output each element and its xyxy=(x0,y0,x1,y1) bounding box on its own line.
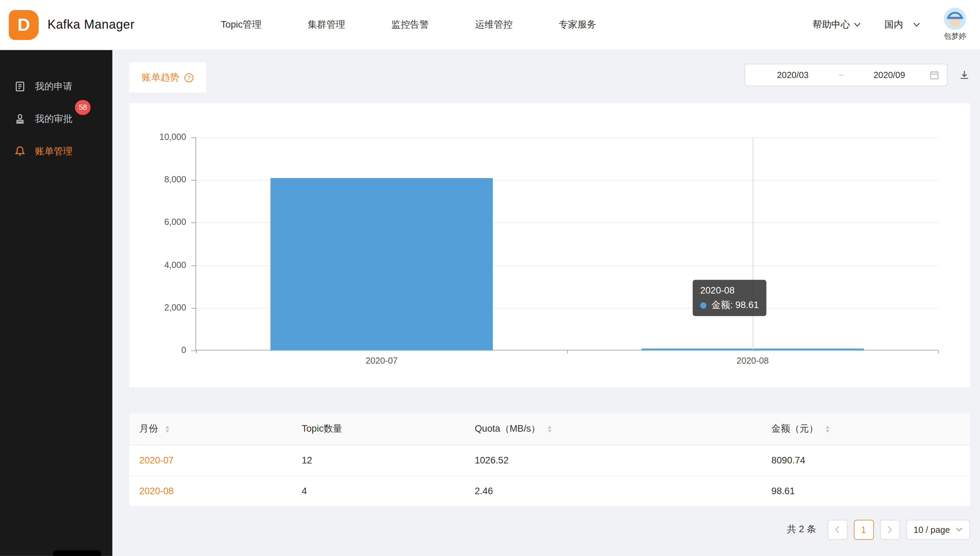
chart-bar-2020-07[interactable] xyxy=(270,178,493,351)
sidebar-item-label: 我的审批 xyxy=(35,113,73,124)
main-content: 账单趋势 ? 2020/03 ~ 2020/09 xyxy=(113,50,980,556)
page-size-value: 10 / page xyxy=(914,524,950,534)
sidebar-item-label: 账单管理 xyxy=(35,145,73,157)
tooltip-series-row: 金额: 98.61 xyxy=(700,299,759,311)
user-name: 包梦婷 xyxy=(944,31,966,42)
bill-table: 月份 ▲▼ Topic数量 Quota（MB/s） ▲▼ 金额（元） ▲▼ xyxy=(129,414,970,506)
y-axis-label: 2,000 xyxy=(131,302,186,312)
sidebar-item-my-applications[interactable]: 我的申请 xyxy=(0,70,113,103)
table-row: 2020-07 12 1026.52 8090.74 xyxy=(129,445,970,475)
logo-letter: D xyxy=(17,15,30,35)
clipboard-icon xyxy=(14,80,26,92)
region-dropdown[interactable]: 国内 xyxy=(884,19,920,31)
region-label: 国内 xyxy=(884,19,903,31)
x-axis-label: 2020-07 xyxy=(196,356,567,365)
date-end-input[interactable]: 2020/09 xyxy=(849,70,929,80)
sort-icon[interactable]: ▲▼ xyxy=(547,425,552,433)
toolbar-right: 2020/03 ~ 2020/09 xyxy=(744,63,970,86)
month-link[interactable]: 2020-08 xyxy=(139,485,174,496)
chevron-down-icon xyxy=(956,527,962,532)
nav-monitor-alert[interactable]: 监控告警 xyxy=(391,19,429,31)
bill-icon xyxy=(14,145,26,157)
chevron-left-icon xyxy=(835,525,840,533)
cell-amount: 98.61 xyxy=(761,475,970,506)
top-navigation: Topic管理 集群管理 监控告警 运维管控 专家服务 xyxy=(221,19,596,31)
y-axis-label: 0 xyxy=(131,345,186,355)
y-axis-tick xyxy=(191,180,196,181)
help-center-dropdown[interactable]: 帮助中心 xyxy=(812,19,861,31)
nav-cluster-management[interactable]: 集群管理 xyxy=(308,19,346,31)
bar-chart: 02,0004,0006,0008,00010,0002020-072020-0… xyxy=(195,137,938,351)
x-axis-tick xyxy=(938,350,939,354)
y-axis-label: 10,000 xyxy=(131,132,186,142)
bill-table-card: 月份 ▲▼ Topic数量 Quota（MB/s） ▲▼ 金额（元） ▲▼ xyxy=(129,414,970,506)
date-range-picker[interactable]: 2020/03 ~ 2020/09 xyxy=(744,63,948,86)
download-icon xyxy=(959,70,970,81)
header: D Kafka Manager Topic管理 集群管理 监控告警 运维管控 专… xyxy=(0,0,980,50)
tab-label: 账单趋势 xyxy=(142,71,179,83)
tab-bill-trend[interactable]: 账单趋势 ? xyxy=(129,63,206,92)
user-menu[interactable]: 包梦婷 xyxy=(944,8,966,42)
chevron-right-icon xyxy=(887,525,893,533)
y-axis-tick xyxy=(191,351,196,351)
pagination-total: 共 2 条 xyxy=(787,524,816,535)
sidebar-item-bill-management[interactable]: 账单管理 xyxy=(0,135,113,168)
series-dot-icon xyxy=(700,302,707,309)
table-row: 2020-08 4 2.46 98.61 xyxy=(129,475,970,506)
y-axis-tick xyxy=(191,137,196,138)
help-center-label: 帮助中心 xyxy=(812,19,850,31)
y-axis-label: 8,000 xyxy=(131,175,186,184)
question-circle-icon[interactable]: ? xyxy=(184,73,194,82)
table-header-row: 月份 ▲▼ Topic数量 Quota（MB/s） ▲▼ 金额（元） ▲▼ xyxy=(129,414,970,444)
sidebar-bottom-sliver xyxy=(53,551,101,556)
page-size-select[interactable]: 10 / page xyxy=(906,519,970,540)
page-title: Kafka Manager xyxy=(47,18,134,32)
column-header-month[interactable]: 月份 ▲▼ xyxy=(129,414,291,444)
column-header-amount[interactable]: 金额（元） ▲▼ xyxy=(761,414,970,444)
column-header-topic-count: Topic数量 xyxy=(292,414,465,444)
nav-topic-management[interactable]: Topic管理 xyxy=(221,19,262,31)
avatar[interactable] xyxy=(944,8,966,30)
stamp-icon xyxy=(14,113,26,125)
page-1-button[interactable]: 1 xyxy=(854,519,873,540)
cell-amount: 8090.74 xyxy=(761,445,970,475)
pagination: 共 2 条 1 10 / page xyxy=(129,519,970,540)
tooltip-title: 2020-08 xyxy=(700,285,759,296)
chevron-down-icon xyxy=(913,23,920,27)
sidebar: 我的申请 我的审批 58 账单管理 xyxy=(0,50,113,556)
x-axis-tick xyxy=(567,350,568,354)
chart-tooltip: 2020-08金额: 98.61 xyxy=(693,280,766,316)
next-page-button[interactable] xyxy=(880,519,900,540)
y-axis-tick xyxy=(191,223,196,223)
brand: D Kafka Manager xyxy=(0,10,135,40)
sidebar-item-label: 我的申请 xyxy=(35,80,73,92)
date-separator: ~ xyxy=(833,70,849,80)
crosshair-line xyxy=(753,137,754,350)
y-axis-tick xyxy=(191,265,196,266)
sort-icon[interactable]: ▲▼ xyxy=(165,425,170,433)
date-start-input[interactable]: 2020/03 xyxy=(753,70,833,80)
month-link[interactable]: 2020-07 xyxy=(139,455,174,465)
cell-topic-count: 12 xyxy=(292,445,465,475)
cell-topic-count: 4 xyxy=(292,475,465,506)
bill-trend-chart-card: 02,0004,0006,0008,00010,0002020-072020-0… xyxy=(129,103,970,387)
x-axis-label: 2020-08 xyxy=(567,356,938,365)
cell-quota: 1026.52 xyxy=(465,445,761,475)
chart-gridline xyxy=(196,137,938,138)
x-axis-tick xyxy=(196,350,197,354)
y-axis-label: 6,000 xyxy=(131,217,186,227)
approvals-count-badge: 58 xyxy=(75,100,91,115)
avatar-image xyxy=(944,8,966,30)
nav-ops-control[interactable]: 运维管控 xyxy=(475,19,513,31)
prev-page-button[interactable] xyxy=(827,519,848,540)
sidebar-item-my-approvals[interactable]: 我的审批 58 xyxy=(0,103,113,135)
column-header-quota[interactable]: Quota（MB/s） ▲▼ xyxy=(465,414,761,444)
sort-icon[interactable]: ▲▼ xyxy=(825,425,830,433)
download-icon-button[interactable] xyxy=(959,70,970,81)
cell-quota: 2.46 xyxy=(465,475,761,506)
chevron-down-icon xyxy=(854,23,861,27)
app-logo[interactable]: D xyxy=(9,10,39,40)
y-axis-tick xyxy=(191,308,196,309)
nav-expert-service[interactable]: 专家服务 xyxy=(559,19,596,31)
tooltip-value: 金额: 98.61 xyxy=(711,299,759,311)
